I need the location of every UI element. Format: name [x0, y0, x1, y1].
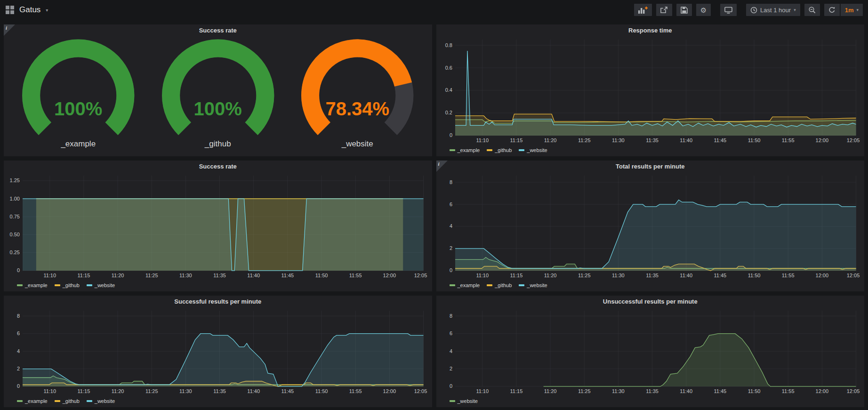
unsuccessful-results-chart[interactable]: 0246811:1011:1511:2011:2511:3011:3511:40… — [439, 307, 861, 396]
chevron-down-icon: ▾ — [856, 8, 859, 12]
gauge-arc — [288, 37, 427, 139]
legend-item-_website[interactable]: _website — [87, 282, 115, 288]
svg-text:11:30: 11:30 — [612, 273, 625, 278]
dashboard-grid-icon[interactable] — [6, 6, 14, 14]
gear-icon: ⚙ — [700, 7, 707, 14]
panel-header[interactable]: Response time — [436, 24, 865, 36]
cycle-view-mode-button[interactable] — [720, 3, 737, 16]
svg-text:11:35: 11:35 — [213, 273, 226, 278]
legend-item-_example[interactable]: _example — [17, 282, 48, 288]
panel-success-rate-gauges: i Success rate 100% _example 100% _githu… — [4, 24, 432, 156]
svg-text:11:45: 11:45 — [714, 137, 726, 143]
info-icon: i — [438, 161, 440, 167]
gauge-value: 100% — [8, 99, 148, 118]
svg-text:12:05: 12:05 — [846, 273, 860, 278]
legend: _website — [439, 396, 861, 406]
gauge-label: _website — [342, 139, 373, 154]
legend-label: _example — [458, 282, 480, 288]
legend-item-_website[interactable]: _website — [87, 398, 115, 404]
svg-text:11:15: 11:15 — [510, 273, 522, 278]
panel-response-time: Response time 00.20.40.60.811:1011:1511:… — [436, 24, 865, 156]
svg-text:4: 4 — [449, 348, 452, 354]
svg-text:11:55: 11:55 — [781, 388, 794, 394]
refresh-button[interactable] — [824, 3, 840, 16]
legend-color-swatch — [487, 284, 492, 286]
dashboard-title[interactable]: Gatus — [19, 5, 40, 15]
panel-title[interactable]: Response time — [628, 27, 672, 34]
save-button[interactable] — [676, 3, 692, 16]
panel-unsuccessful-results: Unsuccessful results per minute 0246811:… — [436, 296, 865, 407]
panel-header[interactable]: Total results per minute — [436, 161, 865, 172]
svg-text:11:25: 11:25 — [145, 273, 158, 278]
panel-title[interactable]: Success rate — [199, 163, 237, 170]
svg-text:11:50: 11:50 — [747, 273, 760, 278]
svg-text:11:50: 11:50 — [747, 137, 760, 143]
panel-title[interactable]: Total results per minute — [616, 163, 684, 170]
legend-item-_github[interactable]: _github — [55, 282, 80, 288]
panel-header[interactable]: Successful results per minute — [4, 296, 432, 307]
svg-text:0.6: 0.6 — [445, 65, 452, 71]
chevron-down-icon[interactable]: ▾ — [46, 8, 48, 13]
refresh-interval-picker[interactable]: 1m ▾ — [840, 3, 863, 16]
svg-text:11:10: 11:10 — [43, 273, 56, 278]
panel-info-corner[interactable]: i — [436, 161, 448, 172]
svg-text:8: 8 — [17, 313, 20, 319]
legend-item-_example[interactable]: _example — [450, 282, 480, 288]
svg-text:11:30: 11:30 — [179, 273, 192, 278]
svg-text:0: 0 — [449, 267, 452, 273]
panel-successful-results: Successful results per minute 0246811:10… — [4, 296, 432, 407]
legend-item-_website[interactable]: _website — [519, 147, 547, 153]
svg-text:0: 0 — [17, 383, 20, 389]
panel-total-results: i Total results per minute 0246811:1011:… — [436, 161, 865, 291]
settings-button[interactable]: ⚙ — [696, 3, 711, 16]
add-panel-icon — [638, 7, 648, 14]
svg-text:11:55: 11:55 — [349, 273, 362, 278]
svg-text:0.50: 0.50 — [10, 232, 20, 237]
svg-text:11:55: 11:55 — [781, 273, 794, 278]
legend-item-_website[interactable]: _website — [519, 282, 547, 288]
successful-results-chart[interactable]: 0246811:1011:1511:2011:2511:3011:3511:40… — [7, 307, 428, 396]
svg-text:11:50: 11:50 — [747, 388, 760, 394]
legend-item-_example[interactable]: _example — [17, 398, 48, 404]
svg-text:11:45: 11:45 — [714, 273, 726, 278]
svg-text:11:10: 11:10 — [476, 273, 489, 278]
share-icon — [660, 7, 668, 14]
svg-text:11:15: 11:15 — [78, 273, 90, 278]
svg-text:12:05: 12:05 — [414, 388, 427, 394]
panel-title[interactable]: Success rate — [199, 27, 237, 34]
legend-item-_website[interactable]: _website — [450, 398, 478, 404]
tv-monitor-icon — [724, 7, 732, 14]
panel-header[interactable]: Success rate — [4, 24, 432, 36]
legend-label: _website — [95, 282, 115, 288]
chevron-down-icon: ▾ — [794, 8, 796, 12]
gauge-example: 100% _example — [8, 37, 148, 154]
response-time-chart[interactable]: 00.20.40.60.811:1011:1511:2011:2511:3011… — [439, 36, 861, 145]
panel-header[interactable]: Unsuccessful results per minute — [436, 296, 865, 307]
legend-label: _website — [95, 398, 115, 404]
legend-label: _website — [458, 398, 478, 404]
svg-text:12:00: 12:00 — [383, 388, 396, 394]
panel-title[interactable]: Successful results per minute — [174, 298, 261, 305]
time-range-picker[interactable]: Last 1 hour ▾ — [746, 3, 801, 16]
legend-color-swatch — [519, 284, 524, 286]
panel-title[interactable]: Unsuccessful results per minute — [603, 298, 698, 305]
success-rate-chart[interactable]: 00.250.500.751.001.2511:1011:1511:2011:2… — [7, 172, 428, 280]
svg-text:2: 2 — [449, 245, 452, 251]
add-panel-button[interactable] — [634, 3, 652, 16]
panel-header[interactable]: Success rate — [4, 161, 432, 172]
legend-item-_example[interactable]: _example — [450, 147, 480, 153]
zoom-out-button[interactable] — [804, 3, 820, 16]
panel-info-corner[interactable]: i — [4, 24, 15, 36]
legend-item-_github[interactable]: _github — [487, 147, 512, 153]
share-button[interactable] — [656, 3, 673, 16]
svg-text:0.8: 0.8 — [445, 42, 452, 48]
legend-color-swatch — [450, 149, 455, 151]
legend-item-_github[interactable]: _github — [487, 282, 512, 288]
svg-text:11:10: 11:10 — [476, 388, 489, 394]
svg-text:2: 2 — [449, 366, 452, 371]
svg-text:11:25: 11:25 — [578, 137, 590, 143]
legend-item-_github[interactable]: _github — [55, 398, 80, 404]
svg-text:1.00: 1.00 — [10, 196, 20, 201]
total-results-chart[interactable]: 0246811:1011:1511:2011:2511:3011:3511:40… — [439, 172, 861, 280]
gauge-row: 100% _example 100% _github 78.34% _websi… — [4, 36, 432, 156]
